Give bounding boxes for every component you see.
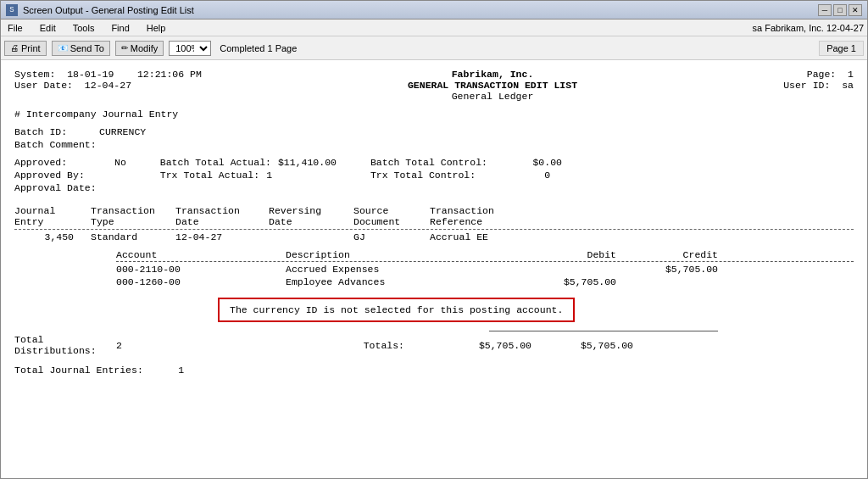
- completed-pages-info: Completed 1 Page: [220, 43, 297, 53]
- col-transaction-date: Transaction Date: [175, 205, 269, 227]
- account-section: Account Description Debit Credit 000-211…: [14, 249, 854, 356]
- totals-row: Total Distributions: 2 Totals: $5,705.00…: [14, 334, 854, 356]
- col-source-document: Source Document: [353, 205, 430, 227]
- account-row-2: 000-1260-00 Employee Advances $5,705.00: [14, 276, 854, 287]
- journal-entry-row: 3,450 Standard 12-04-27 GJ Accrual EE: [14, 231, 854, 242]
- account-credit-1: $5,705.00: [616, 264, 718, 275]
- entry-journal-num: 3,450: [14, 231, 91, 242]
- approval-col-left: Approved: No Approved By: Approval Date:: [14, 157, 126, 193]
- col-journal-entry: Journal Entry: [14, 205, 91, 227]
- print-button[interactable]: 🖨 Print: [4, 41, 47, 56]
- send-to-button[interactable]: 📧 Send To: [52, 41, 110, 56]
- window-title: Screen Output - General Posting Edit Lis…: [23, 5, 194, 15]
- window-controls: ─ □ ✕: [818, 4, 862, 16]
- report-content[interactable]: System: 18-01-19 12:21:06 PM User Date: …: [1, 60, 867, 478]
- menu-bar: File Edit Tools Find Help sa Fabrikam, I…: [1, 19, 867, 36]
- entry-type: Standard: [91, 231, 175, 242]
- section-title: # Intercompany Journal Entry: [14, 109, 854, 120]
- approval-section: Approved: No Approved By: Approval Date:…: [14, 157, 854, 193]
- send-icon: 📧: [58, 43, 68, 53]
- modify-icon: ✏: [121, 43, 128, 53]
- report-title-block: Fabrikam, Inc. GENERAL TRANSACTION EDIT …: [408, 69, 577, 102]
- entry-ref: Accrual EE: [430, 231, 565, 242]
- menu-file[interactable]: File: [4, 22, 26, 34]
- report-left: System: 18-01-19 12:21:06 PM User Date: …: [14, 69, 202, 102]
- col-reversing-date: Reversing Date: [269, 205, 353, 227]
- approval-col-right: Batch Total Control: $0.00 Trx Total Con…: [370, 157, 562, 193]
- account-desc-2: Employee Advances: [286, 276, 489, 287]
- page-zoom-dropdown[interactable]: 100% 75% 125%: [169, 41, 211, 56]
- total-journal-entries: Total Journal Entries: 1: [14, 365, 854, 376]
- account-debit-1: [489, 264, 616, 275]
- error-box-container: The currency ID is not selected for this…: [14, 292, 854, 327]
- menu-edit[interactable]: Edit: [36, 22, 59, 34]
- minimize-button[interactable]: ─: [818, 4, 832, 16]
- account-credit-2: [616, 276, 718, 287]
- report-page-info: Page: 1 User ID: sa: [783, 69, 854, 102]
- credit-col-header: Credit: [616, 249, 718, 260]
- account-num-2: 000-1260-00: [116, 276, 286, 287]
- report-header: System: 18-01-19 12:21:06 PM User Date: …: [14, 69, 854, 102]
- description-col-header: Description: [286, 249, 489, 260]
- debit-col-header: Debit: [489, 249, 616, 260]
- user-company-date: sa Fabrikam, Inc. 12-04-27: [753, 23, 864, 33]
- col-transaction-reference: Transaction Reference: [430, 205, 565, 227]
- modify-button[interactable]: ✏ Modify: [115, 41, 164, 56]
- account-col-header: Account: [116, 249, 286, 260]
- close-button[interactable]: ✕: [849, 4, 862, 16]
- maximize-button[interactable]: □: [833, 4, 847, 16]
- account-desc-1: Accrued Expenses: [286, 264, 489, 275]
- menu-tools[interactable]: Tools: [70, 22, 98, 34]
- main-window: S Screen Output - General Posting Edit L…: [0, 0, 868, 479]
- title-bar: S Screen Output - General Posting Edit L…: [1, 1, 867, 19]
- account-headers: Account Description Debit Credit: [14, 249, 854, 260]
- error-message-box: The currency ID is not selected for this…: [218, 298, 575, 322]
- account-debit-2: $5,705.00: [489, 276, 616, 287]
- toolbar: 🖨 Print 📧 Send To ✏ Modify 100% 75% 125%…: [1, 36, 867, 60]
- entry-source-doc: GJ: [353, 231, 430, 242]
- journal-table-headers: Journal Entry Transaction Type Transacti…: [14, 205, 854, 242]
- menu-find[interactable]: Find: [108, 22, 132, 34]
- account-row-1: 000-2110-00 Accrued Expenses $5,705.00: [14, 264, 854, 275]
- menu-help[interactable]: Help: [143, 22, 170, 34]
- entry-date: 12-04-27: [175, 231, 269, 242]
- batch-info: Batch ID: CURRENCY Batch Comment:: [14, 126, 854, 150]
- page-number-label: Page 1: [819, 41, 864, 56]
- entry-reversing-date: [269, 231, 353, 242]
- app-icon: S: [6, 4, 18, 16]
- approval-col-mid: Batch Total Actual: $11,410.00 Trx Total…: [160, 157, 337, 193]
- col-transaction-type: Transaction Type: [91, 205, 175, 227]
- account-num-1: 000-2110-00: [116, 264, 286, 275]
- print-icon: 🖨: [10, 43, 19, 53]
